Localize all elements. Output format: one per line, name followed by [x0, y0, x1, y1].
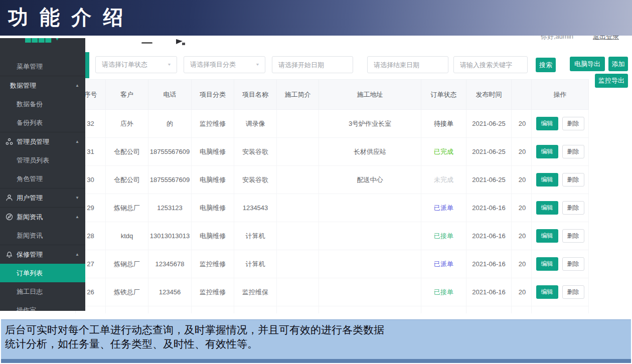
phone-cell: 的: [148, 110, 192, 138]
clipped-time-cell: 20: [512, 166, 532, 194]
flag-icon[interactable]: [176, 39, 186, 47]
sidebar-item-menu-management[interactable]: 菜单管理: [0, 57, 85, 76]
status-badge: 已派单: [434, 204, 453, 212]
clipped-time-cell: 20: [512, 138, 532, 166]
edit-button[interactable]: 编辑: [536, 229, 558, 243]
sidebar-item-data-backup[interactable]: 数据备份: [0, 95, 85, 113]
actions-cell: 编辑删除: [532, 278, 589, 306]
bell-icon: [6, 251, 13, 258]
sidebar-item-data-management[interactable]: 数据管理▲: [0, 76, 85, 95]
publish-date-cell: 2021-06-16: [466, 194, 512, 222]
collapse-menu-icon[interactable]: [141, 42, 152, 44]
actions-cell: 编辑删除: [532, 306, 589, 314]
actions-cell: 编辑删除: [532, 222, 589, 250]
status-cell: 已完成: [421, 138, 466, 166]
sidebar-item-admin-management[interactable]: 管理员管理▲: [0, 132, 85, 151]
users-icon: [6, 138, 13, 145]
logout-link[interactable]: 退出登录: [593, 36, 628, 45]
sidebar-item-construction-log[interactable]: 施工日志: [0, 282, 85, 301]
project-name-cell: [234, 306, 277, 314]
sidebar-item-label: 新闻资讯: [17, 232, 43, 239]
brief-cell: [277, 278, 319, 306]
publish-date-cell: 2021-06-16: [466, 222, 512, 250]
project-category-select[interactable]: 请选择项目分类 ▼: [184, 56, 265, 73]
sidebar-item-order-list[interactable]: 订单列表: [0, 264, 85, 282]
user-icon: [6, 194, 13, 202]
phone-cell: 1253123: [148, 194, 192, 222]
delete-button[interactable]: 删除: [562, 145, 584, 158]
edit-button[interactable]: 编辑: [536, 145, 558, 158]
end-date-input[interactable]: [367, 56, 448, 73]
edit-button[interactable]: 编辑: [536, 257, 558, 271]
delete-button[interactable]: 删除: [562, 257, 584, 271]
publish-date-cell: 2021-06-25: [466, 138, 512, 166]
brief-cell: [277, 166, 319, 194]
address-cell: 长材供应站: [319, 138, 421, 166]
edit-button[interactable]: 编辑: [536, 173, 558, 187]
keyword-search-input[interactable]: [453, 56, 528, 73]
status-cell: 已派单: [421, 194, 466, 222]
table-row: 29炼钢总厂1253123电脑维修1234543已派单2021-06-1620编…: [76, 194, 589, 222]
actions-cell: 编辑删除: [532, 194, 589, 222]
customer-cell: ktdq: [106, 222, 148, 250]
column-header: 客户: [106, 80, 148, 110]
status-cell: 已派单: [421, 250, 466, 278]
status-badge: 已派单: [434, 260, 453, 268]
actions-cell: 编辑删除: [532, 110, 589, 138]
caption-bottom-strip: [1, 359, 631, 363]
delete-button[interactable]: 删除: [562, 285, 584, 299]
sidebar-item-news[interactable]: 新闻资讯▲: [0, 207, 85, 226]
status-cell: 未完成: [421, 166, 466, 194]
table-header-row: 序号客户电话项目分类项目名称施工简介施工地址订单状态发布时间操作: [76, 80, 589, 110]
phone-cell: 123456: [148, 306, 192, 314]
sidebar-item-role-management[interactable]: 角色管理: [0, 169, 85, 188]
category-cell: 电脑维修: [192, 166, 234, 194]
publish-date-cell: 2021-06-15: [466, 306, 512, 314]
export-pc-button[interactable]: 电脑导出: [570, 57, 605, 71]
brief-cell: [277, 110, 319, 138]
edit-button[interactable]: 编辑: [536, 201, 558, 215]
sidebar-item-admin-list[interactable]: 管理员列表: [0, 151, 85, 169]
column-header: 施工地址: [319, 80, 421, 110]
category-cell: 电脑维修: [192, 306, 234, 314]
phone-cell: 123456: [148, 278, 192, 306]
sidebar-item-repair-management[interactable]: 保修管理▲: [0, 245, 85, 264]
edit-button[interactable]: 编辑: [536, 285, 558, 299]
publish-date-cell: 2021-06-16: [466, 250, 512, 278]
start-date-input[interactable]: [272, 56, 353, 73]
address-cell: [319, 278, 421, 306]
sidebar-item-news-list[interactable]: 新闻资讯: [0, 226, 85, 245]
edit-button[interactable]: 编辑: [536, 117, 558, 130]
delete-button[interactable]: 删除: [562, 173, 584, 187]
delete-button[interactable]: 删除: [562, 229, 584, 243]
export-monitor-button[interactable]: 监控导出: [595, 74, 628, 88]
delete-button[interactable]: 删除: [562, 201, 584, 215]
column-header: 发布时间: [466, 80, 512, 110]
category-cell: 电脑维修: [192, 138, 234, 166]
order-status-select[interactable]: 请选择订单状态 ▼: [95, 56, 177, 73]
table-row: 27炼钢总厂12345678监控维修计算机已派单2021-06-1620编辑删除: [76, 250, 589, 278]
publish-date-cell: 2021-06-16: [466, 278, 512, 306]
search-button[interactable]: 搜索: [536, 58, 556, 72]
status-badge: 已完成: [434, 148, 453, 155]
chevron-up-icon: ▲: [75, 208, 79, 226]
sidebar-item-operation-room[interactable]: 操作室: [0, 301, 85, 311]
category-cell: 电脑维修: [192, 222, 234, 250]
phone-cell: 18755567609: [148, 138, 192, 166]
status-cell: 已接单: [421, 222, 466, 250]
add-button[interactable]: 添加: [608, 57, 628, 71]
customer-cell: 炼钢总厂: [106, 194, 148, 222]
admin-app-window: 你好,admin 退出登录 请选择订单状态 ▼ 请选择项目分类 ▼ 搜索 电脑导…: [0, 36, 632, 313]
customer-cell: 炼铁总厂: [106, 278, 148, 306]
greeting-text: 你好,admin: [541, 36, 586, 45]
clipped-time-cell: 20: [512, 278, 532, 306]
chevron-up-icon: ▲: [75, 76, 79, 95]
delete-button[interactable]: 删除: [562, 117, 584, 130]
status-badge: 待接单: [434, 120, 453, 127]
brief-cell: [277, 250, 319, 278]
sidebar-item-user-management[interactable]: 用户管理▼: [0, 188, 85, 207]
publish-date-cell: 2021-06-25: [466, 166, 512, 194]
column-header: 订单状态: [421, 80, 466, 110]
sidebar-item-label: 管理员列表: [17, 156, 49, 164]
sidebar-item-backup-list[interactable]: 备份列表: [0, 113, 85, 132]
